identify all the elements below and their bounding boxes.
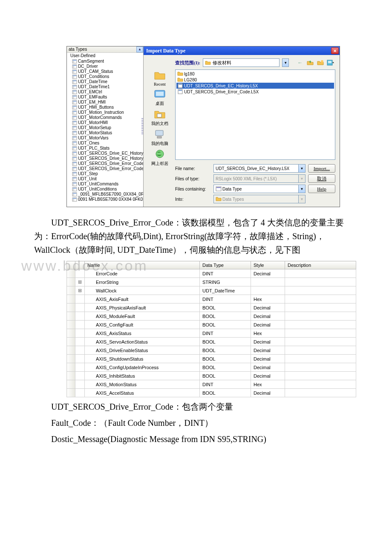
row-handle[interactable] xyxy=(67,304,75,312)
file-list[interactable]: lg180LG280UDT_SERCOS_Drive_EC_History.L5… xyxy=(175,69,335,160)
filename-input[interactable]: UDT_SERCOS_Drive_EC_History.L5X▼ xyxy=(213,164,306,173)
tree-item[interactable]: UDT_EMFaults xyxy=(67,95,143,100)
tree-item[interactable]: UDT_CAM_Status xyxy=(67,69,143,74)
cancel-button[interactable]: 取消 xyxy=(308,174,335,183)
tree-item[interactable]: UDT_Motion_Instruction xyxy=(67,110,143,115)
tree-item[interactable]: UDT_DateTime xyxy=(67,79,143,84)
col-datatype[interactable]: Data Type xyxy=(200,261,251,269)
nav-icons: ← xyxy=(296,59,335,66)
tree-item[interactable]: UDT_UnitCommands xyxy=(67,182,143,187)
tree-item[interactable]: UDT_MotorVars xyxy=(67,136,143,141)
table-row[interactable]: AXIS_PhysicalAxisFaultBOOLDecimal xyxy=(67,304,356,312)
tree-item[interactable]: CamSegment xyxy=(67,59,143,64)
file-row[interactable]: lg180 xyxy=(176,71,334,77)
col-name[interactable]: Name xyxy=(85,261,200,269)
row-handle[interactable] xyxy=(67,363,75,372)
tree-item[interactable]: _0091_MFLB6SE7090_0XX84_0FK0_I_1 xyxy=(67,192,143,197)
table-row[interactable]: AXIS_ShutdownStatusBOOLDecimal xyxy=(67,355,356,363)
row-handle[interactable] xyxy=(67,389,75,397)
close-icon[interactable]: ✕ xyxy=(331,47,339,54)
table-row[interactable]: AXIS_AxisFaultDINTHex xyxy=(67,295,356,304)
table-row[interactable]: AXIS_MotionStatusDINTHex xyxy=(67,380,356,389)
chevron-down-icon[interactable]: ▼ xyxy=(298,185,305,193)
cell-style: Decimal xyxy=(251,312,285,321)
place-item[interactable]: 我的电脑 xyxy=(151,128,168,147)
table-row[interactable]: AXIS_AxisStatusDINTHex xyxy=(67,329,356,338)
tree-item[interactable]: UDT_UnitConditions xyxy=(67,187,143,192)
scroll-up-icon[interactable]: ▲ xyxy=(136,46,143,52)
row-handle[interactable] xyxy=(67,286,75,295)
tree-item[interactable]: UDT_EM_HMI xyxy=(67,100,143,105)
tree-item[interactable]: UDT_SERCOS_Drive_Error_Code xyxy=(67,161,143,166)
row-handle[interactable] xyxy=(67,355,75,363)
row-handle[interactable] xyxy=(67,338,75,346)
expand-toggle xyxy=(75,321,85,329)
table-row[interactable]: ⊞ErrorStringSTRING xyxy=(67,278,356,286)
svg-rect-27 xyxy=(73,93,74,94)
row-handle[interactable] xyxy=(67,269,75,278)
table-row[interactable]: AXIS_ConfigFaultBOOLDecimal xyxy=(67,321,356,329)
place-item[interactable]: 网上邻居 xyxy=(151,148,168,167)
table-row[interactable]: AXIS_AccelStatusBOOLDecimal xyxy=(67,389,356,397)
import-button[interactable]: Import... xyxy=(308,164,335,173)
tree-item[interactable]: UDT_Ones xyxy=(67,141,143,146)
table-row[interactable]: ErrorCodeDINTDecimal xyxy=(67,269,356,278)
table-row[interactable]: AXIS_ModuleFaultBOOLDecimal xyxy=(67,312,356,321)
place-item[interactable]: 桌面 xyxy=(153,88,167,107)
tree-item[interactable]: UDT_MotorSetup xyxy=(67,125,143,130)
svg-rect-69 xyxy=(73,147,76,148)
chevron-down-icon[interactable]: ▼ xyxy=(282,58,289,67)
resize-handle[interactable] xyxy=(141,118,143,135)
row-handle[interactable] xyxy=(67,329,75,338)
tree-item[interactable]: UDT_DateTime1 xyxy=(67,84,143,90)
tree-item[interactable]: UDT_HMI_Buttons xyxy=(67,105,143,110)
table-row[interactable]: AXIS_InhibitStatusBOOLDecimal xyxy=(67,372,356,380)
col-style[interactable]: Style xyxy=(251,261,285,269)
tree-item[interactable]: UDT_Step xyxy=(67,171,143,176)
svg-rect-35 xyxy=(73,103,74,104)
row-handle[interactable] xyxy=(67,295,75,304)
up-icon[interactable] xyxy=(306,59,314,66)
row-handle[interactable] xyxy=(67,278,75,286)
tree-item[interactable]: UDT_EMCtrl xyxy=(67,90,143,95)
table-row[interactable]: ⊞WallClockUDT_DateTime xyxy=(67,286,356,295)
tree-root[interactable]: User-Defined xyxy=(67,53,143,59)
col-description[interactable]: Description xyxy=(285,261,356,269)
tree-item[interactable]: UDT_Conditions xyxy=(67,74,143,79)
expand-toggle[interactable]: ⊞ xyxy=(75,286,85,295)
table-row[interactable]: AXIS_ConfigUpdateInProcessBOOLDecimal xyxy=(67,363,356,372)
row-handle[interactable] xyxy=(67,372,75,380)
row-handle[interactable] xyxy=(67,380,75,389)
chevron-down-icon[interactable]: ▼ xyxy=(298,165,305,172)
containing-input[interactable]: Data Type ▼ xyxy=(213,185,306,193)
help-button[interactable]: Help xyxy=(308,185,335,193)
tree-item[interactable]: UDT_MotorCommands xyxy=(67,115,143,120)
tree-item[interactable]: DC_Driver xyxy=(67,64,143,69)
row-handle[interactable] xyxy=(67,312,75,321)
row-handle[interactable] xyxy=(67,346,75,355)
place-item[interactable]: 我的文档 xyxy=(151,108,168,127)
file-row[interactable]: UDT_SERCOS_Drive_EC_History.L5X xyxy=(176,83,334,89)
lookin-combo[interactable]: 修改材料 xyxy=(203,58,280,67)
tree-item[interactable]: UDT_MotorHMI xyxy=(67,120,143,125)
tree-item[interactable]: 0091 MFLB6SE7090 0XX84 0FK0 0 1 xyxy=(67,197,143,202)
row-handle[interactable] xyxy=(67,321,75,329)
tree-item-label: UDT_CAM_Status xyxy=(78,69,113,74)
tree-item[interactable]: UDT_SERCOS_Drive_EC_History1 xyxy=(67,156,143,161)
file-row[interactable]: UDT_SERCOS_Drive_Error_Code.L5X xyxy=(176,89,334,95)
expand-toggle[interactable]: ⊞ xyxy=(75,278,85,286)
tree-item[interactable]: UDT_PLC_Stats xyxy=(67,146,143,151)
table-row[interactable]: AXIS_ServoActionStatusBOOLDecimal xyxy=(67,338,356,346)
svg-rect-67 xyxy=(73,144,74,145)
table-row[interactable]: AXIS_DriveEnableStatusBOOLDecimal xyxy=(67,346,356,355)
tree-item[interactable]: UDT_SERCOS_Drive_EC_History xyxy=(67,151,143,156)
tree-item[interactable]: UDT_Unit xyxy=(67,176,143,182)
tree-item[interactable]: UDT_MotorStatus xyxy=(67,130,143,136)
new-folder-icon[interactable] xyxy=(316,59,325,66)
file-row[interactable]: LG280 xyxy=(176,77,334,83)
import-dialog: Import Data Type ✕ Recent桌面我的文档我的电脑网上邻居 … xyxy=(144,46,340,207)
view-menu-icon[interactable] xyxy=(326,59,335,66)
tree-item[interactable]: UDT_SERCOS_Drive_Error_Code1 xyxy=(67,166,143,171)
back-icon[interactable]: ← xyxy=(296,59,304,66)
place-item[interactable]: Recent xyxy=(153,69,167,87)
